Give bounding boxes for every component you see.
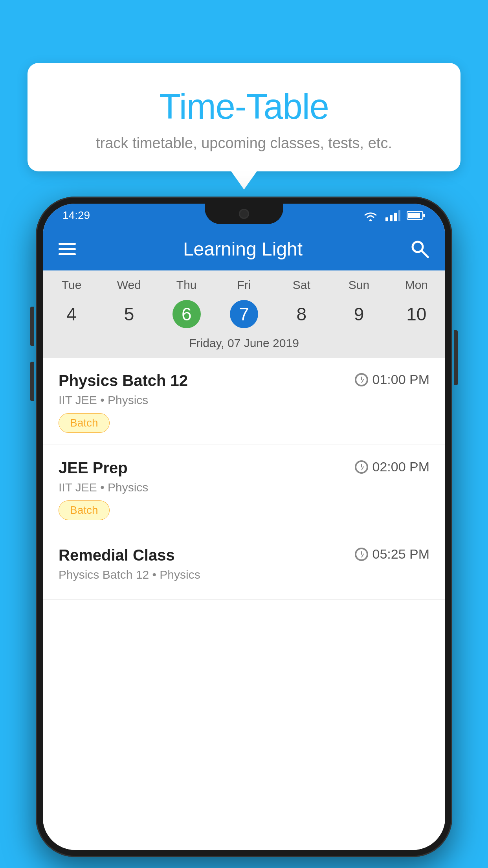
phone-outer: 14:29 [36,197,452,857]
class-time-3: 05:25 PM [355,546,429,562]
day-6-today[interactable]: 6 [158,300,215,329]
day-header-tue: Tue [43,278,100,296]
phone-vol-down-button [30,362,34,401]
day-header-sat: Sat [273,278,330,296]
svg-rect-7 [423,214,425,217]
time-text-1: 01:00 PM [372,372,429,387]
app-bar: Learning Light [43,227,445,270]
day-5[interactable]: 5 [100,300,158,329]
schedule-item-1[interactable]: Physics Batch 12 01:00 PM IIT JEE • Phys… [43,358,445,445]
tooltip-subtitle: track timetable, upcoming classes, tests… [51,135,437,152]
schedule-item-2[interactable]: JEE Prep 02:00 PM IIT JEE • Physics Batc… [43,445,445,532]
time-text-2: 02:00 PM [372,459,429,474]
svg-rect-2 [390,215,393,221]
status-time: 14:29 [62,209,90,222]
class-name-3: Remedial Class [59,546,175,564]
phone-power-button [454,330,458,385]
day-header-thu: Thu [158,278,215,296]
tooltip-card: Time-Table track timetable, upcoming cla… [28,63,460,171]
tooltip-title: Time-Table [51,86,437,127]
svg-point-0 [369,219,372,221]
day-numbers: 4 5 6 7 8 9 10 [43,296,445,333]
svg-rect-6 [408,213,420,218]
wifi-icon [363,210,378,221]
clock-icon-1 [355,373,368,386]
calendar-section: Tue Wed Thu Fri Sat Sun Mon 4 5 6 [43,270,445,358]
class-meta-2: IIT JEE • Physics [59,481,429,494]
schedule-item-2-header: JEE Prep 02:00 PM [59,459,429,477]
day-9[interactable]: 9 [330,300,387,329]
day-7-selected[interactable]: 7 [215,300,273,329]
day-header-fri: Fri [215,278,273,296]
phone-mockup: 14:29 [36,197,452,857]
signal-icon [385,210,400,221]
svg-line-9 [422,251,428,257]
svg-rect-3 [394,213,397,221]
schedule-item-3-header: Remedial Class 05:25 PM [59,546,429,564]
status-icons [363,210,426,221]
class-time-2: 02:00 PM [355,459,429,474]
class-meta-1: IIT JEE • Physics [59,394,429,407]
class-time-1: 01:00 PM [355,372,429,387]
schedule-list: Physics Batch 12 01:00 PM IIT JEE • Phys… [43,358,445,850]
svg-rect-4 [398,210,400,221]
schedule-item-3[interactable]: Remedial Class 05:25 PM Physics Batch 12… [43,532,445,600]
phone-notch [205,204,283,224]
day-headers: Tue Wed Thu Fri Sat Sun Mon [43,270,445,296]
class-name-1: Physics Batch 12 [59,372,188,390]
day-header-wed: Wed [100,278,158,296]
batch-badge-2: Batch [59,500,110,520]
day-10[interactable]: 10 [388,300,445,329]
clock-icon-2 [355,460,368,474]
phone-screen: 14:29 [43,204,445,850]
time-text-3: 05:25 PM [372,546,429,562]
svg-rect-1 [385,217,388,221]
phone-vol-up-button [30,307,34,346]
class-name-2: JEE Prep [59,459,128,477]
battery-icon [407,210,426,221]
search-button[interactable] [410,239,429,259]
schedule-item-1-header: Physics Batch 12 01:00 PM [59,372,429,390]
day-header-sun: Sun [330,278,387,296]
batch-badge-1: Batch [59,413,110,433]
phone-camera [239,209,249,219]
day-header-mon: Mon [388,278,445,296]
day-4[interactable]: 4 [43,300,100,329]
class-meta-3: Physics Batch 12 • Physics [59,568,429,581]
hamburger-menu-button[interactable] [59,243,76,255]
selected-date-label: Friday, 07 June 2019 [43,333,445,358]
clock-icon-3 [355,548,368,561]
app-title: Learning Light [76,238,410,260]
day-8[interactable]: 8 [273,300,330,329]
